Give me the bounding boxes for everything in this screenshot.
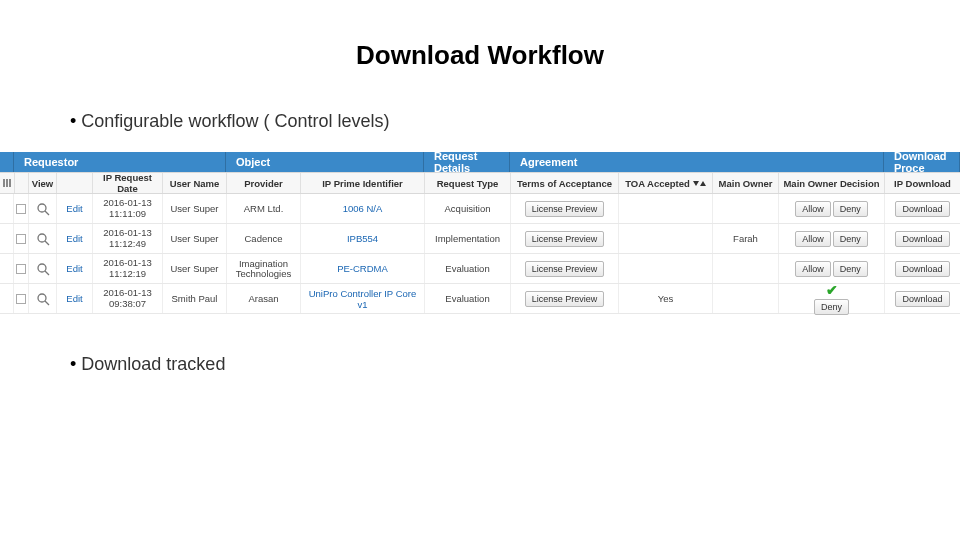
user-cell: User Super [163,194,227,223]
magnifier-icon [36,292,50,306]
svg-point-7 [38,264,46,272]
main-owner-cell [713,284,779,313]
identifier-cell[interactable]: UniPro Controller IP Core v1 [301,284,425,313]
svg-rect-2 [9,179,11,187]
license-preview-button[interactable]: License Preview [525,201,605,217]
edit-link[interactable]: Edit [57,284,93,313]
identifier-cell[interactable]: 1006 N/A [301,194,425,223]
svg-point-3 [38,204,46,212]
deny-button[interactable]: Deny [833,261,868,277]
decision-cell: Allow Deny [779,254,885,283]
download-cell: Download [885,194,960,223]
edit-link[interactable]: Edit [57,194,93,223]
sort-asc-icon [700,181,706,186]
time-value: 11:11:09 [109,209,146,219]
view-icon-cell[interactable] [29,284,57,313]
slide-title: Download Workflow [0,40,960,71]
toa-accepted-cell [619,224,713,253]
column-toa[interactable]: Terms of Acceptance [511,173,619,193]
allow-button[interactable]: Allow [795,201,831,217]
svg-rect-0 [3,179,5,187]
date-value: 2016-01-13 [103,228,152,238]
column-provider[interactable]: Provider [227,173,301,193]
section-agreement: Agreement [510,152,884,172]
bullet-configurable: Configurable workflow ( Control levels) [70,111,960,132]
provider-cell: Imagination Technologies [227,254,301,283]
identifier-cell[interactable]: PE-CRDMA [301,254,425,283]
column-user-name[interactable]: User Name [163,173,227,193]
svg-point-9 [38,294,46,302]
main-owner-cell: Farah [713,224,779,253]
table-row: Edit 2016-01-13 11:12:19 User Super Imag… [0,254,960,284]
identifier-cell[interactable]: IPB554 [301,224,425,253]
download-cell: Download [885,224,960,253]
deny-button[interactable]: Deny [833,231,868,247]
view-icon-cell[interactable] [29,224,57,253]
column-request-date[interactable]: IP Request Date [93,173,163,193]
svg-line-8 [45,271,49,275]
row-pre [0,194,14,223]
decision-cell: Allow Deny [779,194,885,223]
deny-button[interactable]: Deny [814,299,849,315]
download-cell: Download [885,254,960,283]
toa-cell: License Preview [511,224,619,253]
allow-button[interactable]: Allow [795,231,831,247]
time-value: 11:12:19 [109,269,146,279]
row-pre [0,254,14,283]
column-ip-download[interactable]: IP Download [885,173,960,193]
table-row: Edit 2016-01-13 11:11:09 User Super ARM … [0,194,960,224]
allow-button[interactable]: Allow [795,261,831,277]
time-value: 09:38:07 [109,299,146,309]
column-main-owner[interactable]: Main Owner [713,173,779,193]
toa-cell: License Preview [511,284,619,313]
provider-cell: ARM Ltd. [227,194,301,223]
view-icon-cell[interactable] [29,194,57,223]
check-icon: ✔ [826,282,838,298]
toa-accepted-cell [619,194,713,223]
column-config-icon[interactable] [0,173,15,193]
column-edit [57,173,93,193]
deny-button[interactable]: Deny [833,201,868,217]
edit-link[interactable]: Edit [57,224,93,253]
magnifier-icon [36,262,50,276]
license-preview-button[interactable]: License Preview [525,261,605,277]
date-value: 2016-01-13 [103,258,152,268]
magnifier-icon [36,202,50,216]
column-view[interactable]: View [29,173,57,193]
main-owner-cell [713,194,779,223]
download-button[interactable]: Download [895,291,949,307]
section-requestor: Requestor [14,152,226,172]
row-checkbox[interactable] [14,284,29,313]
column-toa-accepted[interactable]: TOA Accepted [619,173,713,193]
decision-cell: Allow Deny [779,224,885,253]
user-cell: User Super [163,224,227,253]
download-button[interactable]: Download [895,231,949,247]
type-cell: Evaluation [425,254,511,283]
main-owner-cell [713,254,779,283]
time-value: 11:12:49 [109,239,146,249]
table-row: Edit 2016-01-13 09:38:07 Smith Paul Aras… [0,284,960,314]
user-cell: Smith Paul [163,284,227,313]
column-request-type[interactable]: Request Type [425,173,511,193]
section-pre [0,152,14,172]
row-checkbox[interactable] [14,194,29,223]
download-button[interactable]: Download [895,201,949,217]
row-checkbox[interactable] [14,254,29,283]
license-preview-button[interactable]: License Preview [525,231,605,247]
edit-link[interactable]: Edit [57,254,93,283]
column-header-row: View IP Request Date User Name Provider … [0,172,960,194]
download-button[interactable]: Download [895,261,949,277]
row-checkbox[interactable] [14,224,29,253]
license-preview-button[interactable]: License Preview [525,291,605,307]
table-row: Edit 2016-01-13 11:12:49 User Super Cade… [0,224,960,254]
decision-cell: ✔ Deny [779,284,885,313]
date-cell: 2016-01-13 11:12:49 [93,224,163,253]
date-cell: 2016-01-13 11:12:19 [93,254,163,283]
svg-line-4 [45,211,49,215]
workflow-table: Requestor Object Request Details Agreeme… [0,152,960,314]
column-main-owner-decision[interactable]: Main Owner Decision [779,173,885,193]
sort-desc-icon [693,181,699,186]
svg-point-5 [38,234,46,242]
column-ip-identifier[interactable]: IP Prime Identifier [301,173,425,193]
view-icon-cell[interactable] [29,254,57,283]
